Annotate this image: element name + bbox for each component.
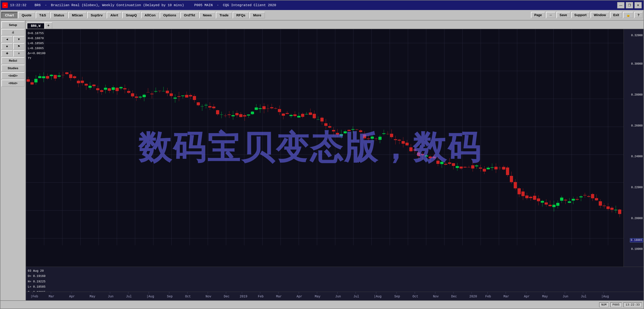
ohlc-low1: L=0.18585 [28, 41, 46, 46]
hist-button[interactable]: <Hist> [1, 80, 24, 87]
menu-more[interactable]: More [250, 12, 265, 19]
menu-allcon[interactable]: AllCon [141, 12, 159, 19]
chart-canvas-container[interactable]: O=0.18755 H=0.18870 L=0.18585 L=0.18865 … [26, 29, 644, 267]
app-icon: ✦ [2, 3, 8, 8]
current-price-label: 0.18865 [630, 238, 643, 242]
menu-chart[interactable]: Chart [1, 12, 18, 19]
sidebar-row-3: ★ ⚑ [1, 43, 24, 50]
app-window: ✦ 13:22:32 BR6 - Brazilian Real (Globex)… [0, 0, 644, 309]
menu-help[interactable]: ? [634, 12, 643, 18]
minimize-button[interactable]: — [617, 2, 624, 9]
lines-button[interactable]: ≡ [13, 50, 24, 57]
chart-tab-add[interactable]: + [44, 22, 52, 29]
title-bar: ✦ 13:22:32 BR6 - Brazilian Real (Globex)… [0, 1, 644, 10]
ohlc-info: O=0.18755 H=0.18870 L=0.18585 L=0.18865 … [28, 31, 46, 61]
price-0.20: 0.20000 [631, 217, 643, 220]
bottom-low: L= 0.18585 [28, 284, 642, 289]
title-left: ✦ 13:22:32 BR6 - Brazilian Real (Globex)… [2, 3, 276, 8]
price-0.22: 0.22000 [631, 186, 643, 189]
rescl-button[interactable]: ReScl [1, 57, 24, 64]
price-0.18: 0.18000 [631, 247, 643, 251]
intd-button[interactable]: <IntD> [1, 72, 24, 79]
title-time: 13:22:32 [10, 4, 26, 7]
menu-window[interactable]: Window [590, 12, 609, 18]
chart-canvas [26, 29, 644, 245]
date-axis [26, 292, 644, 300]
cross-button[interactable]: ✚ [1, 50, 13, 57]
chart-tab-bar: BR6,W + [26, 21, 644, 29]
menu-exit[interactable]: Exit [610, 12, 622, 18]
chart-area: BR6,W + O=0.18755 H=0.18870 L=0.18585 L=… [26, 21, 644, 300]
menu-save[interactable]: Save [556, 12, 570, 18]
title-description: Brazilian Real (Globex), Weekly Continua… [51, 4, 184, 7]
menu-mscan[interactable]: MScan [68, 12, 86, 19]
price-0.26: 0.26000 [631, 124, 643, 127]
status-right: NUM P005 13:22:33 [599, 302, 642, 307]
price-0.32: 0.32000 [631, 34, 643, 37]
menu-snapq[interactable]: SnapQ [122, 12, 140, 19]
sidebar: Setup 🖨 ◄ ▼ ★ ⚑ ✚ ≡ ReScl Studies <IntD>… [0, 21, 26, 300]
title-account: P005 MAIN [194, 4, 212, 7]
ohlc-low2: L=0.18865 [28, 46, 46, 51]
arrow-left-button[interactable]: ◄ [1, 36, 13, 43]
ohlc-label: TY [28, 56, 46, 61]
menu-rfqs[interactable]: RFQs [233, 12, 249, 19]
menu-trade[interactable]: Trade [216, 12, 232, 19]
menu-ts[interactable]: T&S [36, 12, 50, 19]
title-controls: — ❐ ✕ [617, 2, 642, 9]
menu-status[interactable]: Status [50, 12, 68, 19]
menu-support[interactable]: Support [571, 12, 590, 18]
menu-alert[interactable]: Alert [107, 12, 122, 19]
menu-options[interactable]: Options [160, 12, 180, 19]
title-platform: CQG Integrated Client 2020 [223, 4, 276, 7]
menu-right-group: Page ↔ Save Support Window Exit 🔒 ? [531, 12, 643, 18]
studies-button[interactable]: Studies [1, 65, 24, 72]
status-numlock: NUM [599, 302, 608, 307]
price-0.24: 0.24000 [631, 155, 643, 158]
title-text: 13:22:32 BR6 - Brazilian Real (Globex), … [10, 4, 276, 7]
main-content: Setup 🖨 ◄ ▼ ★ ⚑ ✚ ≡ ReScl Studies <IntD>… [0, 21, 644, 300]
close-button[interactable]: ✕ [634, 2, 642, 9]
print-button[interactable]: 🖨 [1, 29, 24, 36]
bottom-ohlc-info: 03 Aug 20 O= 0.19160 H= 0.19225 L= 0.185… [26, 267, 644, 292]
status-time: 13:22:33 [624, 302, 642, 307]
ohlc-delta: Δ=+0.00100 [28, 51, 46, 56]
restore-button[interactable]: ❐ [626, 2, 633, 9]
price-0.30: 0.30000 [631, 62, 643, 66]
status-account: P005 [610, 302, 622, 307]
menu-news[interactable]: News [199, 12, 215, 19]
price-0.28: 0.28000 [631, 93, 643, 97]
date-axis-canvas [26, 292, 644, 300]
bottom-date: 03 Aug 20 [28, 268, 642, 273]
setup-button[interactable]: Setup [1, 21, 24, 29]
title-symbol: BR6 [34, 4, 41, 7]
chart-tab-br6w[interactable]: BR6,W [27, 23, 44, 29]
menu-nav[interactable]: ↔ [546, 12, 556, 18]
menu-ordtkt[interactable]: OrdTkt [180, 12, 199, 19]
sidebar-row-1: 🖨 [1, 29, 24, 36]
sidebar-row-2: ◄ ▼ [1, 36, 24, 43]
status-bar: NUM P005 13:22:33 [0, 300, 644, 308]
menu-supsrv[interactable]: SupSrv [87, 12, 106, 19]
bottom-high: H= 0.19225 [28, 279, 642, 284]
arrow-icon-button[interactable]: ▼ [13, 36, 24, 43]
bottom-open: O= 0.19160 [28, 273, 642, 279]
star-button[interactable]: ★ [1, 43, 13, 50]
menu-quote[interactable]: Quote [18, 12, 35, 19]
menu-bar: Chart Quote T&S Status MScan SupSrv Aler… [0, 10, 644, 21]
menu-lock[interactable]: 🔒 [623, 12, 633, 18]
flag-button[interactable]: ⚑ [13, 43, 24, 50]
price-scale: 0.32000 0.30000 0.28000 0.26000 0.24000 … [624, 29, 644, 267]
sidebar-row-4: ✚ ≡ [1, 50, 24, 57]
ohlc-high: H=0.18870 [28, 36, 46, 41]
menu-page[interactable]: Page [531, 12, 545, 18]
ohlc-open: O=0.18755 [28, 31, 46, 36]
